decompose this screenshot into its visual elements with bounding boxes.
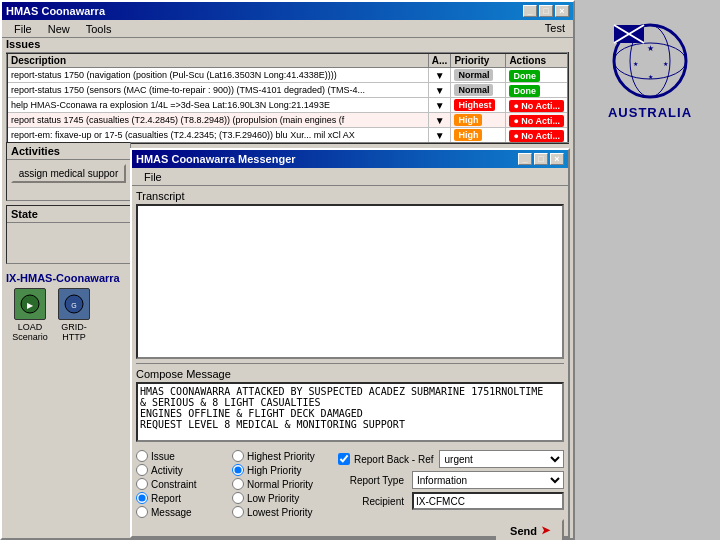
- radio-left-report[interactable]: [136, 492, 148, 504]
- compose-textarea[interactable]: [136, 382, 564, 442]
- report-back-label: Report Back - Ref: [354, 454, 433, 465]
- action-badge: ● No Acti...: [509, 115, 564, 127]
- table-row[interactable]: report-status 1750 (navigation (position…: [7, 68, 568, 83]
- send-icon: ➤: [541, 524, 550, 537]
- messenger-menu: File: [132, 168, 568, 186]
- radio-right-0[interactable]: [232, 450, 244, 462]
- radio-row-left: Constraint: [136, 478, 226, 490]
- col-actions: Actions: [506, 53, 568, 68]
- radio-left-activity[interactable]: [136, 464, 148, 476]
- radio-right-1[interactable]: [232, 464, 244, 476]
- issue-arrow[interactable]: ▼: [428, 68, 451, 83]
- radio-row-right: Low Priority: [232, 492, 332, 504]
- issue-arrow[interactable]: ▼: [428, 113, 451, 128]
- issue-arrow[interactable]: ▼: [428, 98, 451, 113]
- load-scenario-icon: ▶: [14, 288, 46, 320]
- priority-badge: Normal: [454, 84, 493, 96]
- action-badge: ● No Acti...: [509, 100, 564, 112]
- report-type-select[interactable]: Information Request Action: [412, 471, 564, 489]
- send-label: Send: [510, 525, 537, 537]
- australia-emblem: ★ ★ ★ ★: [610, 21, 690, 101]
- recipient-label: Recipient: [338, 496, 408, 507]
- grid-http-icon-item[interactable]: G GRID-HTTP: [54, 288, 94, 342]
- send-button[interactable]: Send ➤: [496, 519, 564, 540]
- grid-http-label: GRID-HTTP: [54, 322, 94, 342]
- report-type-row: Report Type Information Request Action: [338, 471, 564, 489]
- issue-description: help HMAS-Cconawa ra explosion 1/4L =>3d…: [7, 98, 428, 113]
- issue-priority: Normal: [451, 83, 506, 98]
- radio-left-constraint[interactable]: [136, 478, 148, 490]
- radio-row-left: Activity: [136, 464, 226, 476]
- state-title: State: [7, 206, 130, 223]
- icon-area: ▶ LOAD Scenario G GRID-HTTP: [10, 288, 135, 342]
- radio-left-message[interactable]: [136, 506, 148, 518]
- radio-group-left: IssueActivityConstraintReportMessage: [136, 450, 226, 518]
- load-scenario-icon-item[interactable]: ▶ LOAD Scenario: [10, 288, 50, 342]
- title-bar-buttons: _ □ ×: [523, 5, 569, 17]
- messenger-title-bar: HMAS Coonawarra Messenger _ □ ×: [132, 150, 568, 168]
- grid-http-icon: G: [58, 288, 90, 320]
- minimize-button[interactable]: _: [523, 5, 537, 17]
- messenger-maximize-button[interactable]: □: [534, 153, 548, 165]
- radio-right-4[interactable]: [232, 506, 244, 518]
- messenger-title-text: HMAS Coonawarra Messenger: [136, 153, 296, 165]
- activity-button[interactable]: assign medical suppor: [11, 164, 126, 183]
- state-section: State: [6, 205, 131, 264]
- report-back-checkbox[interactable]: [338, 453, 350, 465]
- australia-logo: ★ ★ ★ ★ AUSTRALIA: [590, 10, 710, 130]
- issue-description: report-status 1750 (navigation (position…: [7, 68, 428, 83]
- radio-row-left: Message: [136, 506, 226, 518]
- issue-action: Done: [506, 83, 568, 98]
- issues-table: Description A... Priority Actions report…: [6, 52, 569, 144]
- radio-row-right: Lowest Priority: [232, 506, 332, 518]
- issue-arrow[interactable]: ▼: [428, 83, 451, 98]
- maximize-button[interactable]: □: [539, 5, 553, 17]
- radio-row-left: Report: [136, 492, 226, 504]
- issue-priority: High: [451, 128, 506, 144]
- table-row[interactable]: report-status 1750 (sensors (MAC (time-t…: [7, 83, 568, 98]
- issue-action: ● No Acti...: [506, 98, 568, 113]
- menu-file[interactable]: File: [6, 21, 40, 37]
- radio-right-3[interactable]: [232, 492, 244, 504]
- main-title-bar: HMAS Coonawarra _ □ ×: [2, 2, 573, 20]
- radio-label: Normal Priority: [247, 479, 313, 490]
- report-back-row: Report Back - Ref urgent routine priorit…: [338, 450, 564, 468]
- activities-section: Activities assign medical suppor: [6, 142, 131, 201]
- radio-label: Activity: [151, 465, 183, 476]
- field-group: Report Back - Ref urgent routine priorit…: [338, 450, 564, 540]
- table-row[interactable]: report status 1745 (casualties (T2.4.284…: [7, 113, 568, 128]
- issue-arrow[interactable]: ▼: [428, 128, 451, 144]
- issue-action: Done: [506, 68, 568, 83]
- radio-label: Report: [151, 493, 181, 504]
- svg-text:★: ★: [633, 61, 638, 67]
- messenger-content: Transcript Compose Message IssueActivity…: [132, 186, 568, 540]
- radio-right-2[interactable]: [232, 478, 244, 490]
- menu-new[interactable]: New: [40, 21, 78, 37]
- radio-left-issue[interactable]: [136, 450, 148, 462]
- transcript-area[interactable]: [136, 204, 564, 359]
- issue-priority: Highest: [451, 98, 506, 113]
- svg-text:★: ★: [663, 61, 668, 67]
- load-scenario-label: LOAD Scenario: [10, 322, 50, 342]
- table-row[interactable]: help HMAS-Cconawa ra explosion 1/4L =>3d…: [7, 98, 568, 113]
- messenger-window: HMAS Coonawarra Messenger _ □ × File Tra…: [130, 148, 570, 538]
- left-panel: Activities assign medical suppor State I…: [6, 142, 131, 534]
- radio-label: Lowest Priority: [247, 507, 313, 518]
- recipient-row: Recipient: [338, 492, 564, 510]
- menu-tools[interactable]: Tools: [78, 21, 120, 37]
- issue-action: ● No Acti...: [506, 128, 568, 144]
- recipient-input[interactable]: [412, 492, 564, 510]
- table-row[interactable]: report-em: fixave-up or 17-5 (casualties…: [7, 128, 568, 144]
- messenger-close-button[interactable]: ×: [550, 153, 564, 165]
- issue-description: report-em: fixave-up or 17-5 (casualties…: [7, 128, 428, 144]
- radio-row-left: Issue: [136, 450, 226, 462]
- messenger-minimize-button[interactable]: _: [518, 153, 532, 165]
- close-button[interactable]: ×: [555, 5, 569, 17]
- report-back-select[interactable]: urgent routine priority: [439, 450, 564, 468]
- priority-badge: Highest: [454, 99, 495, 111]
- messenger-menu-file[interactable]: File: [136, 169, 170, 185]
- col-description: Description: [7, 53, 428, 68]
- report-type-label: Report Type: [338, 475, 408, 486]
- radio-label: High Priority: [247, 465, 301, 476]
- radio-group-right: Highest PriorityHigh PriorityNormal Prio…: [232, 450, 332, 518]
